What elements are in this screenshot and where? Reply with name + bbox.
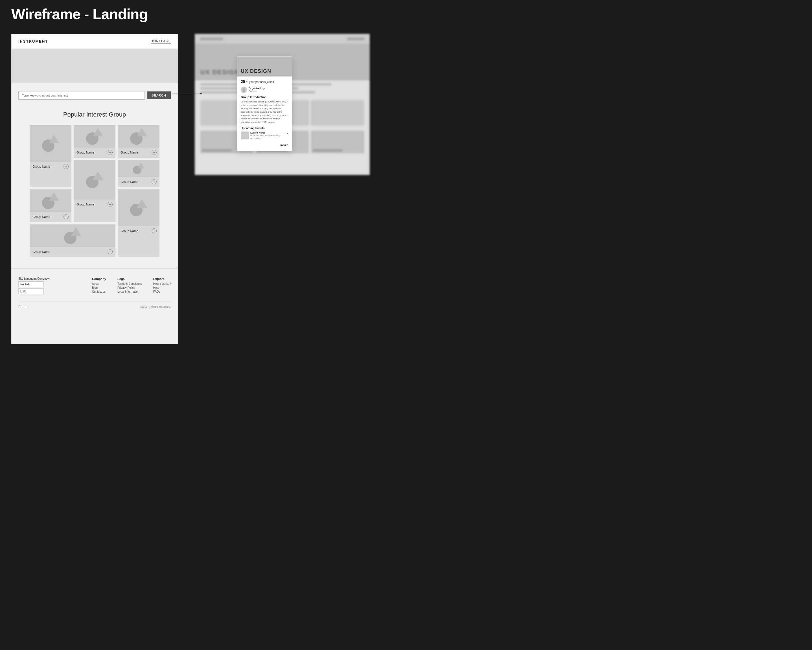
card-add-btn-3[interactable]: + [151, 150, 157, 155]
footer-link-faqs[interactable]: FAQs [153, 290, 171, 293]
footer-link-help[interactable]: Help [153, 286, 171, 289]
group-card-6[interactable]: Group Name + [30, 189, 72, 222]
bg-nav [195, 34, 370, 44]
card-footer-5: Group Name + [118, 177, 159, 187]
bg-card-3 [311, 100, 364, 126]
twitter-icon[interactable]: t [21, 305, 22, 309]
svg-point-1 [243, 90, 245, 92]
card-footer-4: Group Name + [74, 200, 116, 210]
footer-link-blog[interactable]: Blog [92, 286, 106, 289]
footer-col-company-title: Company [92, 277, 106, 281]
card-image-8 [30, 224, 116, 247]
card-name-4: Group Name [76, 203, 94, 206]
copyright-text: ©2018 All Rights Reserved. [140, 305, 171, 308]
footer-link-legal[interactable]: Legal Information [118, 290, 142, 293]
group-card-3[interactable]: Group Name + [118, 125, 159, 158]
footer-col-legal: Legal Terms & Conditions Privacy Policy … [118, 277, 142, 296]
language-select[interactable]: English [18, 281, 44, 287]
placeholder-icon-8 [64, 227, 81, 244]
footer-col-explore-title: Explore [153, 277, 171, 281]
card-add-btn-7[interactable]: + [151, 228, 157, 233]
wf-footer: Site Language/Currency English USD Compa… [12, 269, 177, 314]
footer-link-privacy[interactable]: Privacy Policy [118, 286, 142, 289]
instagram-icon[interactable]: in [25, 305, 27, 309]
card-footer-2: Group Name + [74, 148, 116, 158]
homepage-link[interactable]: HOMEPAGE [151, 39, 171, 43]
footer-bottom: f t in ©2018 All Rights Reserved. [18, 301, 171, 309]
currency-select[interactable]: USD [18, 288, 44, 294]
event-item-1: Event's Name Great event this lovely hel… [241, 131, 288, 140]
group-card-5[interactable]: Group Name + [118, 160, 159, 187]
lang-currency-label: Site Language/Currency [18, 277, 49, 280]
card-add-btn-6[interactable]: + [64, 214, 69, 219]
search-button[interactable]: SEARCH [147, 92, 171, 99]
placeholder-icon-7 [130, 199, 147, 216]
placeholder-icon-4 [86, 171, 103, 188]
group-card-2[interactable]: Group Name + [74, 125, 116, 158]
bg-bottom-text-1 [202, 149, 232, 151]
card-name-3: Group Name [121, 151, 138, 154]
placeholder-icon-6 [42, 192, 59, 209]
group-card-8[interactable]: Group Name + [30, 224, 116, 257]
organizer-name: Ericsse [249, 90, 265, 93]
footer-col-explore: Explore How it works? Help FAQs [153, 277, 171, 296]
bg-nav-link [347, 38, 364, 40]
card-footer-8: Group Name + [30, 247, 116, 257]
card-add-btn-5[interactable]: + [151, 179, 157, 184]
bg-bottom-text-3 [313, 149, 343, 151]
main-area: INSTRUMENT HOMEPAGE SEARCH Popular Inter… [0, 28, 812, 350]
event-thumbnail [241, 131, 249, 139]
card-name-2: Group Name [76, 151, 94, 154]
footer-link-how[interactable]: How it works? [153, 282, 171, 285]
wf-search-area: SEARCH [12, 83, 177, 105]
footer-col-legal-title: Legal [118, 277, 142, 281]
card-image-5 [118, 160, 159, 177]
card-image-1 [30, 125, 72, 162]
group-card-4[interactable]: Group Name + [74, 160, 116, 222]
bg-nav-logo [200, 38, 223, 40]
more-button[interactable]: MORE [241, 142, 288, 148]
language-currency-section: Site Language/Currency English USD [18, 277, 49, 296]
group-card-1[interactable]: Group Name + [30, 125, 72, 187]
footer-link-about[interactable]: About [92, 282, 106, 285]
card-footer-3: Group Name + [118, 148, 159, 158]
placeholder-icon-2 [86, 128, 103, 145]
popup-body: 25 of your partners joined Organized by … [237, 76, 292, 151]
event-name: Event's Name [250, 131, 285, 134]
card-image-2 [74, 125, 116, 148]
connector-arrow [172, 92, 202, 95]
group-intro-text: User experience design (UX, UXD, UXD or … [241, 100, 288, 124]
favorite-icon[interactable]: ♥ [287, 131, 288, 135]
group-card-7[interactable]: Group Name + [118, 189, 159, 257]
card-add-btn-4[interactable]: + [108, 202, 113, 207]
svg-point-0 [243, 88, 245, 90]
footer-top: Site Language/Currency English USD Compa… [18, 277, 171, 296]
upcoming-events-title: Upcoming Events [241, 127, 288, 130]
card-add-btn-1[interactable]: + [64, 164, 69, 169]
wf-logo: INSTRUMENT [18, 39, 48, 43]
footer-link-contact[interactable]: Contact us [92, 290, 106, 293]
page-title: Wireframe - Landing [0, 0, 812, 28]
card-add-btn-8[interactable]: + [108, 249, 113, 254]
facebook-icon[interactable]: f [18, 305, 19, 309]
right-panel: UX DESIGN [195, 34, 370, 344]
card-image-3 [118, 125, 159, 148]
card-add-btn-2[interactable]: + [108, 150, 113, 155]
event-info: Event's Name Great event this lovely hel… [250, 131, 285, 140]
placeholder-icon-3 [130, 128, 147, 145]
organized-by-label: Organized by [249, 87, 265, 90]
popup-title: UX DESIGN [241, 68, 271, 74]
card-image-7 [118, 189, 159, 226]
card-name-8: Group Name [32, 250, 50, 253]
search-input[interactable] [18, 91, 145, 100]
card-name-5: Group Name [121, 180, 138, 183]
placeholder-icon-1 [42, 135, 59, 152]
event-description: Great event this lovely hello cordly won… [250, 134, 285, 140]
social-icons: f t in [18, 305, 27, 309]
group-intro-title: Group Introduction [241, 96, 288, 99]
group-cards-grid: Group Name + Group Name + [12, 125, 177, 269]
left-wireframe-panel: INSTRUMENT HOMEPAGE SEARCH Popular Inter… [11, 34, 178, 344]
footer-link-terms[interactable]: Terms & Conditions [118, 282, 142, 285]
organizer-section: Organized by Ericsse [241, 87, 288, 93]
footer-col-company: Company About Blog Contact us [92, 277, 106, 296]
